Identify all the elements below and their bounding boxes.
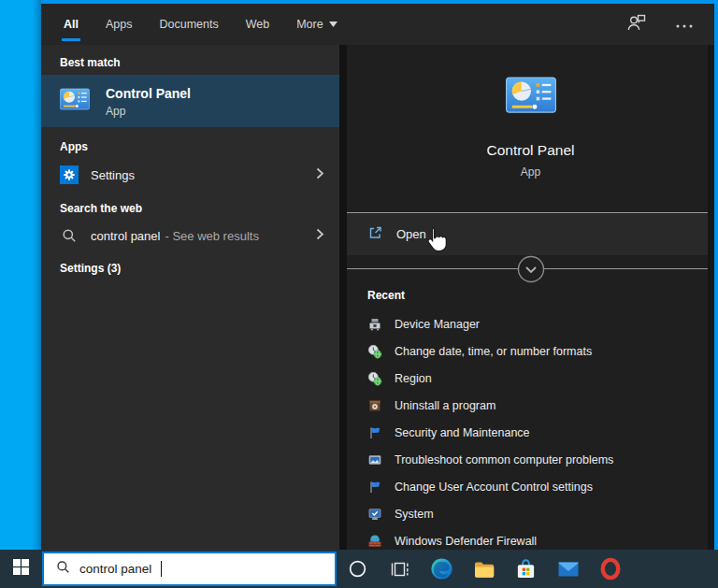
firewall-icon <box>367 534 382 549</box>
device-manager-icon <box>367 317 382 332</box>
preview-panel: Control Panel App Open Recent <box>347 45 714 550</box>
best-match-title: Control Panel <box>106 85 191 102</box>
result-web-search[interactable]: control panel - See web results <box>41 221 339 251</box>
control-panel-icon <box>60 88 90 114</box>
file-explorer-button[interactable] <box>463 550 505 588</box>
feedback-account-icon[interactable] <box>626 13 647 36</box>
window-border-right <box>714 4 718 550</box>
recent-item-region[interactable]: Region <box>347 365 714 392</box>
tab-web[interactable]: Web <box>237 4 279 45</box>
desktop-background <box>0 0 41 550</box>
recent-item-label: Device Manager <box>395 318 480 331</box>
recent-item-label: Change User Account Control settings <box>395 480 593 494</box>
best-match-result-control-panel[interactable]: Control Panel App <box>41 75 339 127</box>
taskbar-search-input[interactable]: control panel <box>42 552 337 586</box>
web-suffix-text: - See web results <box>165 229 258 243</box>
microsoft-store-button[interactable] <box>505 550 547 588</box>
web-header: Search the web <box>41 200 339 217</box>
settings-gear-icon <box>60 165 79 184</box>
opera-browser-button[interactable] <box>589 550 631 588</box>
preview-app-title: Control Panel <box>487 141 575 160</box>
recent-item-label: Security and Maintenance <box>395 426 530 439</box>
mail-button[interactable] <box>547 550 589 588</box>
flag-icon <box>367 425 382 440</box>
tab-more-label: More <box>296 18 323 31</box>
flag-icon <box>367 480 382 495</box>
best-match-header: Best match <box>41 54 339 71</box>
recent-item-change-date[interactable]: Change date, time, or number formats <box>347 337 714 365</box>
recent-item-label: System <box>395 508 434 521</box>
tab-all[interactable]: All <box>54 4 88 45</box>
cursor-pointer <box>423 226 449 256</box>
tab-more[interactable]: More <box>287 4 346 45</box>
recent-list: Device Manager Change date, time, or num… <box>347 310 714 554</box>
edge-browser-button[interactable] <box>421 550 463 588</box>
apps-header: Apps <box>41 138 339 155</box>
datetime-globe-icon <box>367 344 382 359</box>
tab-web-label: Web <box>246 18 269 31</box>
best-match-text: Control Panel App <box>106 85 191 118</box>
region-globe-icon <box>367 371 382 386</box>
recent-item-label: Windows Defender Firewall <box>395 535 537 548</box>
search-results-panel: Best match <box>41 45 339 550</box>
recent-item-label: Change date, time, or number formats <box>395 345 592 358</box>
more-options-icon[interactable] <box>675 16 694 33</box>
troubleshoot-screen-icon <box>367 452 382 467</box>
preview-app-subtitle: App <box>521 165 540 179</box>
search-icon <box>60 228 79 243</box>
uninstall-program-icon <box>367 398 382 413</box>
divider <box>347 268 714 269</box>
search-input-value: control panel <box>79 562 151 576</box>
open-action[interactable]: Open <box>347 213 714 255</box>
chevron-right-icon[interactable] <box>316 167 324 182</box>
tab-apps[interactable]: Apps <box>96 4 142 45</box>
tab-documents-label: Documents <box>159 18 218 31</box>
recent-item-uac[interactable]: Change User Account Control settings <box>347 473 714 500</box>
task-view-button[interactable] <box>379 550 421 588</box>
settings-count-header: Settings (3) <box>41 260 339 277</box>
chevron-right-icon[interactable] <box>316 228 324 243</box>
best-match-subtitle: App <box>106 105 191 118</box>
recent-item-system[interactable]: System <box>347 500 714 527</box>
recent-header: Recent <box>347 288 714 303</box>
result-settings-label: Settings <box>91 168 135 182</box>
panel-divider <box>339 45 347 550</box>
taskbar: control panel <box>0 550 718 588</box>
recent-item-label: Troubleshoot common computer problems <box>395 453 613 466</box>
start-button[interactable] <box>0 550 42 588</box>
open-external-icon <box>367 225 382 243</box>
recent-item-label: Uninstall a program <box>395 399 495 412</box>
recent-item-troubleshoot[interactable]: Troubleshoot common computer problems <box>347 446 714 473</box>
text-caret <box>161 561 162 577</box>
chevron-down-icon <box>329 22 337 27</box>
system-monitor-icon <box>367 507 382 522</box>
windows-logo-icon <box>13 559 29 579</box>
recent-item-label: Region <box>395 372 432 385</box>
tab-apps-label: Apps <box>106 18 133 31</box>
recent-item-device-manager[interactable]: Device Manager <box>347 310 714 337</box>
web-query-text: control panel <box>91 229 160 243</box>
recent-item-security-maintenance[interactable]: Security and Maintenance <box>347 419 714 446</box>
control-panel-icon-large <box>506 77 556 117</box>
result-settings[interactable]: Settings <box>41 159 339 191</box>
cortana-button[interactable] <box>337 550 379 588</box>
app-hero: Control Panel App <box>347 45 714 179</box>
recent-item-uninstall[interactable]: Uninstall a program <box>347 392 714 419</box>
collapse-preview-button[interactable] <box>517 255 545 283</box>
tab-all-label: All <box>64 18 79 31</box>
tab-documents[interactable]: Documents <box>150 4 227 45</box>
scrollbar-track[interactable] <box>708 45 714 550</box>
search-icon <box>56 560 70 578</box>
search-filter-tabbar: All Apps Documents Web More <box>41 4 714 45</box>
